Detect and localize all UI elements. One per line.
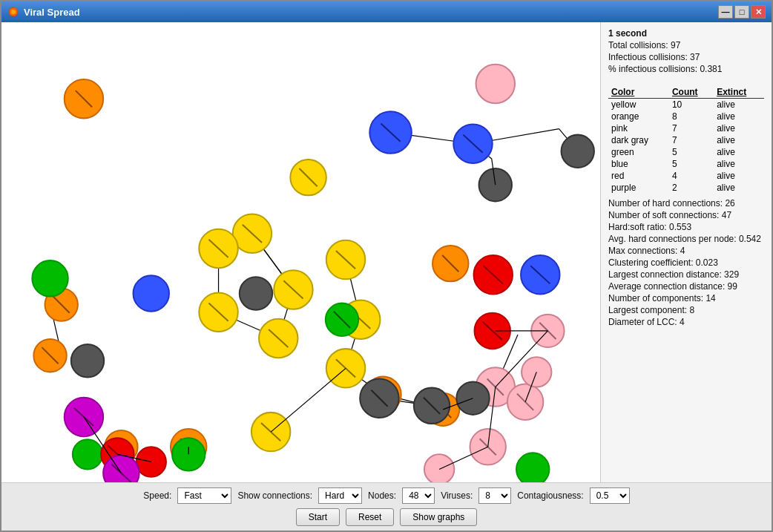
window-title: Viral Spread	[24, 7, 80, 18]
count-cell: 7	[669, 134, 714, 146]
status-cell: alive	[714, 99, 764, 111]
main-content: 1 second Total collisions: 97 Infectious…	[1, 22, 772, 482]
clustering-stat: Clustering coefficient: 0.023	[608, 257, 764, 268]
status-cell: alive	[714, 134, 764, 146]
buttons-row: Start Reset Show graphs	[296, 508, 478, 526]
svg-point-71	[71, 344, 104, 377]
extinct-header: Extinct	[714, 86, 764, 99]
svg-point-68	[562, 135, 594, 168]
table-row: purple2alive	[608, 182, 764, 194]
color-cell: dark gray	[608, 134, 669, 146]
show-graphs-button[interactable]: Show graphs	[400, 508, 477, 526]
nodes-select[interactable]: 48241296	[402, 487, 435, 504]
avg-dist-stat: Average connection distance: 99	[608, 281, 764, 292]
title-bar-left: Viral Spread	[7, 6, 80, 18]
color-cell: pink	[608, 122, 669, 134]
avg-hard-stat: Avg. hard connections per node: 0.542	[608, 234, 764, 244]
main-window: Viral Spread — □ ✕	[0, 0, 773, 532]
color-header: Color	[608, 86, 669, 99]
status-cell: alive	[714, 170, 764, 182]
svg-point-77	[32, 260, 68, 296]
pct-infectious-stat: % infectious collisions: 0.381	[608, 64, 764, 74]
app-icon	[7, 6, 19, 18]
largest-dist-stat: Largest connection distance: 329	[608, 269, 764, 280]
num-components-stat: Number of components: 14	[608, 293, 764, 303]
color-cell: red	[608, 170, 669, 182]
hard-connections-stat: Number of hard connections: 26	[608, 198, 764, 208]
controls-row: Speed: FastMediumSlow Show connections: …	[143, 487, 629, 504]
status-cell: alive	[714, 158, 764, 170]
table-row: green5alive	[608, 146, 764, 158]
diameter-stat: Diameter of LCC: 4	[608, 317, 764, 327]
stats-panel: 1 second Total collisions: 97 Infectious…	[601, 22, 772, 482]
count-cell: 8	[669, 111, 714, 122]
minimize-button[interactable]: —	[718, 5, 733, 19]
time-stat: 1 second	[608, 28, 764, 39]
close-button[interactable]: ✕	[751, 5, 766, 19]
nodes-label: Nodes:	[368, 490, 396, 501]
virus-table: Color Count Extinct yellow10aliveorange8…	[608, 86, 764, 194]
hard-soft-ratio-stat: Hard:soft ratio: 0.553	[608, 222, 764, 232]
speed-label: Speed:	[143, 490, 171, 501]
largest-component-stat: Largest component: 8	[608, 305, 764, 315]
max-connections-stat: Max connections: 4	[608, 246, 764, 256]
table-row: pink7alive	[608, 122, 764, 134]
title-bar: Viral Spread — □ ✕	[1, 1, 772, 22]
color-cell: green	[608, 146, 669, 158]
contagiousness-select[interactable]: 0.50.10.250.751.0	[590, 487, 630, 504]
reset-button[interactable]: Reset	[346, 508, 394, 526]
viruses-select[interactable]: 84216	[478, 487, 511, 504]
status-cell: alive	[714, 146, 764, 158]
count-cell: 2	[669, 182, 714, 194]
status-cell: alive	[714, 111, 764, 122]
svg-point-67	[424, 454, 454, 482]
count-cell: 4	[669, 170, 714, 182]
soft-connections-stat: Number of soft connections: 47	[608, 210, 764, 220]
svg-point-79	[516, 453, 549, 482]
table-row: red4alive	[608, 170, 764, 182]
svg-point-83	[134, 275, 169, 311]
table-row: yellow10alive	[608, 99, 764, 111]
connections-select[interactable]: HardSoftBothNone	[318, 487, 362, 504]
simulation-canvas	[1, 22, 601, 482]
infectious-collisions-stat: Infectious collisions: 37	[608, 52, 764, 62]
maximize-button[interactable]: □	[734, 5, 749, 19]
simulation-svg	[1, 22, 600, 482]
connections-label: Show connections:	[237, 490, 312, 501]
svg-point-70	[240, 277, 272, 309]
table-row: dark gray7alive	[608, 134, 764, 146]
count-cell: 7	[669, 122, 714, 134]
svg-point-57	[476, 65, 515, 103]
table-row: blue5alive	[608, 158, 764, 170]
total-collisions-stat: Total collisions: 97	[608, 40, 764, 50]
window-controls: — □ ✕	[718, 5, 766, 19]
svg-line-104	[271, 368, 346, 432]
status-cell: alive	[714, 122, 764, 134]
color-cell: purple	[608, 182, 669, 194]
svg-point-1	[11, 10, 16, 14]
table-row: orange8alive	[608, 111, 764, 122]
count-header: Count	[669, 86, 714, 99]
start-button[interactable]: Start	[296, 508, 340, 526]
color-cell: orange	[608, 111, 669, 122]
contagiousness-label: Contagiousness:	[517, 490, 583, 501]
speed-select[interactable]: FastMediumSlow	[177, 487, 231, 504]
color-cell: blue	[608, 158, 669, 170]
viruses-label: Viruses:	[441, 490, 473, 501]
count-cell: 10	[669, 99, 714, 111]
color-cell: yellow	[608, 99, 669, 111]
count-cell: 5	[669, 158, 714, 170]
status-cell: alive	[714, 182, 764, 194]
svg-point-80	[73, 439, 102, 469]
count-cell: 5	[669, 146, 714, 158]
bottom-bar: Speed: FastMediumSlow Show connections: …	[1, 482, 772, 531]
